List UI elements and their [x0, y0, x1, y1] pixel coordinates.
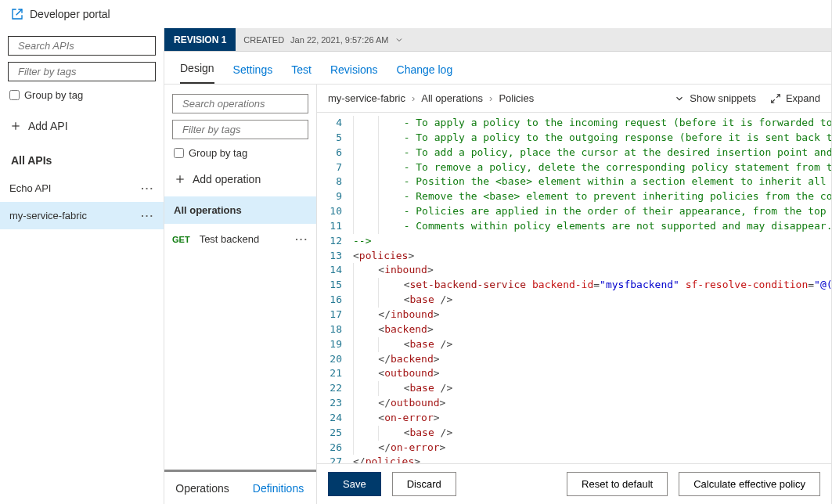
tab-change-log[interactable]: Change log: [397, 63, 453, 84]
revision-pill[interactable]: REVISION 1: [164, 28, 236, 51]
operations-bottom-tabs: OperationsDefinitions: [164, 471, 316, 504]
api-name: Echo API: [9, 182, 51, 194]
sidebar-api-item[interactable]: my-service-fabric···: [0, 202, 164, 229]
api-context-menu[interactable]: ···: [141, 182, 154, 194]
breadcrumb-separator: ›: [489, 92, 492, 104]
operation-name: Test backend: [200, 233, 260, 245]
chevron-down-icon: [674, 93, 685, 104]
ops-group-by-tag-checkbox[interactable]: [174, 148, 184, 158]
revision-created: Jan 22, 2021, 9:57:26 AM: [290, 35, 388, 45]
discard-button[interactable]: Discard: [392, 472, 456, 496]
tab-settings[interactable]: Settings: [233, 63, 273, 84]
ops-tab-definitions[interactable]: Definitions: [240, 474, 316, 502]
show-snippets-label: Show snippets: [690, 92, 756, 104]
code-body[interactable]: - To apply a policy to the incoming requ…: [348, 113, 831, 463]
plus-icon: [9, 120, 22, 132]
revision-created-prefix: CREATED: [243, 35, 284, 45]
design-tabs: DesignSettingsTestRevisionsChange log: [164, 52, 831, 85]
developer-portal-label: Developer portal: [30, 8, 110, 20]
tab-revisions[interactable]: Revisions: [330, 63, 378, 84]
developer-portal-link[interactable]: Developer portal: [0, 0, 831, 28]
save-button[interactable]: Save: [328, 472, 381, 496]
ops-group-by-tag[interactable]: Group by tag: [174, 147, 307, 159]
all-apis-title: All APIs: [11, 154, 153, 167]
search-apis-input[interactable]: [18, 40, 150, 52]
ops-tab-operations[interactable]: Operations: [164, 474, 240, 502]
external-link-icon: [11, 8, 23, 20]
api-context-menu[interactable]: ···: [141, 210, 154, 221]
add-api-label: Add API: [28, 120, 68, 132]
breadcrumb-item[interactable]: my-service-fabric: [328, 92, 405, 104]
revision-meta[interactable]: CREATED Jan 22, 2021, 9:57:26 AM: [236, 35, 412, 45]
filter-apis[interactable]: [8, 62, 156, 81]
code-editor[interactable]: 4567891011121314151617181920212223242526…: [317, 113, 831, 463]
revision-bar: REVISION 1 CREATED Jan 22, 2021, 9:57:26…: [164, 28, 831, 52]
chevron-down-icon: [394, 35, 404, 45]
all-operations-header[interactable]: All operations: [164, 196, 316, 224]
operation-row[interactable]: GETTest backend···: [164, 224, 316, 254]
expand-icon: [770, 93, 781, 104]
group-by-tag-label: Group by tag: [24, 89, 83, 101]
search-apis[interactable]: [8, 36, 156, 56]
expand-editor[interactable]: Expand: [770, 92, 820, 104]
tab-test[interactable]: Test: [291, 63, 312, 84]
add-api[interactable]: Add API: [9, 120, 154, 132]
sidebar-api-item[interactable]: Echo API···: [0, 175, 164, 202]
http-verb: GET: [172, 235, 190, 244]
filter-operations[interactable]: [172, 120, 308, 139]
breadcrumb: my-service-fabric›All operations›Policie…: [328, 92, 534, 104]
calc-effective-policy-button[interactable]: Calculate effective policy: [679, 472, 820, 496]
show-snippets[interactable]: Show snippets: [674, 92, 756, 104]
operations-panel: Group by tag Add operation All operation…: [164, 85, 317, 504]
group-by-tag[interactable]: Group by tag: [9, 89, 154, 101]
search-operations[interactable]: [172, 94, 308, 113]
add-operation-label: Add operation: [193, 173, 261, 185]
line-gutter: 4567891011121314151617181920212223242526…: [317, 113, 348, 463]
editor-footer: Save Discard Reset to default Calculate …: [317, 463, 831, 504]
reset-default-button[interactable]: Reset to default: [567, 472, 668, 496]
filter-operations-input[interactable]: [182, 124, 315, 135]
api-sidebar: Group by tag Add API All APIs Echo API··…: [0, 28, 164, 504]
expand-label: Expand: [786, 92, 820, 104]
group-by-tag-checkbox[interactable]: [9, 90, 20, 100]
svg-line-8: [776, 94, 780, 97]
ops-group-by-tag-label: Group by tag: [189, 147, 247, 159]
tab-design[interactable]: Design: [180, 62, 214, 84]
filter-apis-input[interactable]: [18, 66, 150, 77]
operation-context-menu[interactable]: ···: [295, 233, 308, 245]
add-operation[interactable]: Add operation: [174, 173, 307, 185]
api-name: my-service-fabric: [9, 210, 87, 221]
policy-editor: my-service-fabric›All operations›Policie…: [317, 85, 831, 504]
breadcrumb-separator: ›: [412, 92, 415, 104]
plus-icon: [174, 173, 186, 185]
breadcrumb-item: Policies: [499, 92, 534, 104]
svg-line-9: [772, 99, 775, 103]
search-operations-input[interactable]: [182, 98, 315, 110]
breadcrumb-item[interactable]: All operations: [421, 92, 483, 104]
